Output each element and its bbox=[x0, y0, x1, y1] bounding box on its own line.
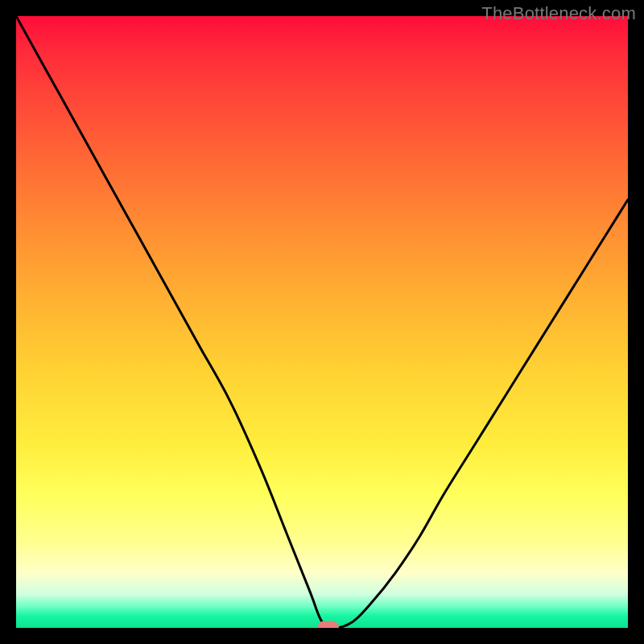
plot-area bbox=[16, 16, 628, 628]
chart-svg bbox=[16, 16, 628, 628]
optimal-marker bbox=[317, 621, 339, 628]
chart-frame: TheBottleneck.com bbox=[0, 0, 644, 644]
bottleneck-curve-line bbox=[16, 16, 628, 628]
watermark-text: TheBottleneck.com bbox=[481, 3, 636, 24]
